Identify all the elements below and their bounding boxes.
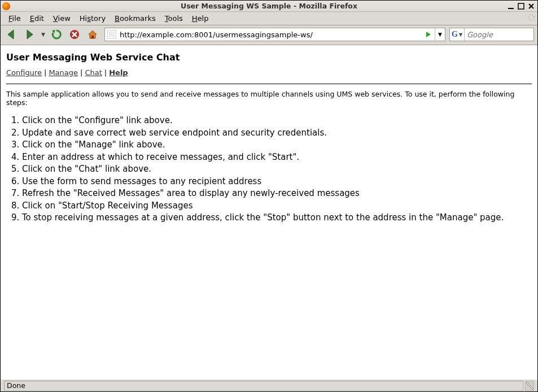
maximize-button[interactable] (517, 2, 525, 10)
svg-rect-4 (91, 36, 94, 38)
list-item: Click on the "Configure" link above. (22, 115, 532, 127)
link-chat[interactable]: Chat (85, 68, 102, 77)
menu-bookmarks[interactable]: Bookmarks (110, 13, 160, 24)
navigation-toolbar: ▼ ▼ G ▼ (1, 25, 537, 45)
stop-button[interactable] (67, 27, 82, 42)
list-item: Click on the "Manage" link above. (22, 139, 532, 151)
nav-sep: | (102, 68, 109, 77)
link-help[interactable]: Help (109, 68, 128, 77)
list-item: Update and save correct web service endp… (22, 127, 532, 140)
list-item: Click on "Start/Stop Receiving Messages (22, 200, 532, 212)
throbber-icon (527, 14, 535, 21)
resize-grip[interactable] (525, 381, 534, 391)
svg-rect-1 (518, 3, 524, 9)
window-controls (506, 2, 535, 10)
divider (6, 84, 532, 84)
list-item: Use the form to send messages to any rec… (22, 176, 532, 188)
page-content: User Messaging Web Service Chat Configur… (1, 45, 537, 379)
menu-file[interactable]: File (4, 13, 25, 24)
forward-button[interactable] (22, 27, 38, 42)
window-title: User Messaging WS Sample - Mozilla Firef… (1, 2, 537, 10)
status-bar: Done (1, 379, 537, 391)
list-item: Refresh the "Received Messages" area to … (22, 188, 532, 200)
minimize-button[interactable] (506, 2, 515, 10)
list-item: Click on the "Chat" link above. (22, 163, 532, 176)
nav-sep: | (78, 68, 85, 77)
search-input[interactable] (465, 30, 538, 40)
menu-help[interactable]: Help (187, 13, 213, 24)
url-history-dropdown[interactable]: ▼ (435, 28, 445, 41)
svg-point-2 (528, 15, 534, 20)
search-bar: G ▼ (449, 28, 534, 41)
reload-button[interactable] (49, 27, 64, 42)
menubar: File Edit View History Bookmarks Tools H… (1, 12, 537, 25)
menu-view[interactable]: View (49, 13, 75, 24)
nav-sep: | (42, 68, 49, 77)
close-button[interactable] (527, 2, 535, 10)
svg-rect-0 (508, 8, 514, 9)
menu-tools[interactable]: Tools (160, 13, 187, 24)
menu-edit[interactable]: Edit (25, 13, 49, 24)
go-button[interactable] (423, 31, 434, 38)
google-icon: G (452, 30, 458, 39)
page-heading: User Messaging Web Service Chat (6, 52, 532, 63)
status-text: Done (4, 381, 523, 391)
link-manage[interactable]: Manage (49, 68, 78, 77)
search-engine-selector[interactable]: G ▼ (450, 28, 465, 41)
svg-point-6 (111, 33, 113, 36)
site-identity-icon[interactable] (107, 30, 116, 39)
browser-window: User Messaging WS Sample - Mozilla Firef… (0, 0, 538, 392)
address-bar: ▼ (104, 28, 445, 41)
back-button[interactable] (4, 27, 20, 42)
titlebar: User Messaging WS Sample - Mozilla Firef… (1, 1, 537, 12)
home-button[interactable] (85, 27, 100, 42)
link-configure[interactable]: Configure (6, 68, 42, 77)
intro-text: This sample application allows you to se… (6, 90, 532, 107)
list-item: To stop receiving messages at a given ad… (22, 212, 532, 224)
menu-history[interactable]: History (75, 13, 110, 24)
menu-file-rest: ile (12, 14, 21, 23)
instruction-list: Click on the "Configure" link above. Upd… (22, 115, 532, 224)
forward-history-dropdown[interactable]: ▼ (40, 32, 46, 37)
list-item: Enter an address at which to receive mes… (22, 151, 532, 164)
url-input[interactable] (119, 30, 423, 40)
page-nav-links: Configure|Manage|Chat|Help (6, 68, 532, 77)
